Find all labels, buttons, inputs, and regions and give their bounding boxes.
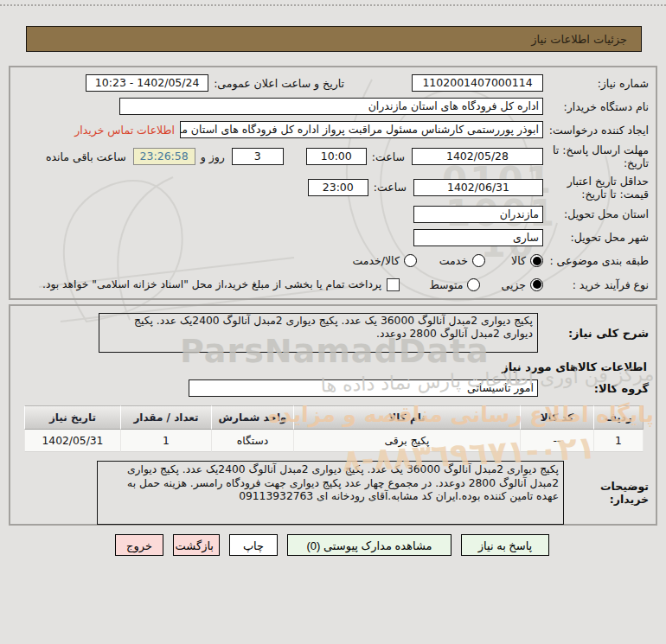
goods-table-header-row: ردیف کد کالا نام کالا واحد شمارش تعداد /… — [24, 405, 644, 430]
reply-deadline-date-field[interactable]: 1402/05/28 — [412, 148, 543, 165]
buyer-notes-label: توضیحات خریدار: — [564, 480, 649, 506]
row-province: استان محل تحویل: مازندران — [17, 205, 649, 224]
row-city: شهر محل تحویل: ساری — [17, 228, 649, 247]
row-buyer-org: نام دستگاه خریدار: اداره کل فرودگاه های … — [17, 97, 649, 116]
purchase-type-option-minor[interactable]: جزیی — [501, 278, 543, 291]
need-details-page: { "title_bar": { "text": "جزئیات اطلاعات… — [0, 0, 666, 644]
general-desc-box[interactable]: پکیج دیواری 2مبدل آنالوگ 36000 یک عدد. پ… — [99, 313, 538, 353]
col-unit: واحد شمارش — [211, 405, 293, 430]
goods-group-field[interactable]: امور تاسیساتی — [189, 379, 538, 397]
cell-need-date: 1402/05/31 — [24, 430, 120, 452]
radio-icon[interactable] — [467, 278, 480, 291]
exit-button[interactable]: خروج — [115, 534, 163, 556]
radio-icon[interactable] — [404, 254, 417, 267]
row-purchase-type: نوع فرآیند خرید : جزیی متوسط پرداخت تمام… — [17, 275, 649, 294]
need-number-label: شماره نیاز: — [543, 77, 649, 90]
view-attachments-button[interactable]: مشاهده مدارک پیوستی (0) — [287, 534, 451, 556]
subject-class-option-goods[interactable]: کالا — [511, 254, 543, 267]
goods-details-panel: شرح کلی نیاز: پکیج دیواری 2مبدل آنالوگ 3… — [9, 304, 657, 526]
cell-item-name: پکیج برقی — [293, 430, 520, 452]
option-label: خدمت — [439, 254, 468, 267]
announce-datetime-label: تاریخ و ساعت اعلان عمومی: — [214, 77, 344, 90]
buyer-contact-link[interactable]: اطلاعات تماس خریدار — [74, 124, 175, 137]
option-label: کالا/خدمت — [352, 254, 399, 267]
radio-selected-icon[interactable] — [530, 254, 543, 267]
title-bar: جزئیات اطلاعات نیاز — [26, 26, 642, 52]
request-creator-label: ایجاد کننده درخواست: — [543, 124, 649, 137]
col-row-index: ردیف — [593, 405, 644, 430]
need-number-field[interactable]: 1102001407000114 — [412, 74, 543, 92]
row-general-desc: شرح کلی نیاز: پکیج دیواری 2مبدل آنالوگ 3… — [17, 313, 649, 353]
days-left-field[interactable]: 3 — [232, 148, 284, 165]
page-title: جزئیات اطلاعات نیاز — [531, 33, 627, 46]
top-dotted-divider — [0, 4, 666, 6]
col-item-code: کد کالا — [520, 405, 593, 430]
radio-icon[interactable] — [472, 254, 485, 267]
back-button[interactable]: بازگشت — [173, 534, 220, 556]
row-reply-deadline: مهلت ارسال پاسخ: تا تاریخ: 1402/05/28 سا… — [17, 143, 649, 169]
price-validity-date-field[interactable]: 1402/06/31 — [413, 179, 543, 196]
announce-datetime-field[interactable]: 1402/05/24 - 10:23 — [86, 74, 208, 92]
treasury-payment-label: پرداخت تمام یا بخشی از مبلغ خرید،از محل … — [42, 278, 381, 290]
row-subject-class: طبقه بندی موضوعی : کالا خدمت کالا/خدمت — [17, 252, 649, 271]
purchase-type-label: نوع فرآیند خرید : — [543, 278, 649, 291]
print-button[interactable]: چاپ — [229, 534, 278, 556]
province-field[interactable]: مازندران — [413, 206, 543, 223]
need-info-panel: شماره نیاز: 1102001407000114 تاریخ و ساع… — [9, 66, 657, 300]
cell-row-index: 1 — [593, 430, 644, 452]
province-label: استان محل تحویل: — [543, 207, 649, 220]
row-goods-group: گروه کالا: امور تاسیساتی — [17, 379, 649, 397]
reply-deadline-label: مهلت ارسال پاسخ: تا تاریخ: — [543, 143, 649, 169]
option-label: کالا — [511, 254, 526, 267]
remaining-hours-label: ساعت باقی مانده — [46, 150, 126, 163]
cell-item-code: -- — [520, 430, 593, 452]
action-buttons: پاسخ به نیاز مشاهده مدارک پیوستی (0) چاپ… — [115, 534, 549, 556]
col-item-name: نام کالا — [293, 405, 520, 430]
general-desc-label: شرح کلی نیاز: — [538, 327, 649, 340]
table-row[interactable]: 1 -- پکیج برقی دستگاه 1 1402/05/31 — [24, 430, 644, 452]
reply-deadline-time-field[interactable]: 10:00 — [306, 148, 367, 165]
row-need-number: شماره نیاز: 1102001407000114 تاریخ و ساع… — [17, 73, 649, 92]
subject-class-label: طبقه بندی موضوعی : — [543, 254, 649, 267]
city-label: شهر محل تحویل: — [543, 231, 649, 244]
row-price-validity: حداقل تاریخ اعتبار قیمت: تا تاریخ: 1402/… — [17, 175, 649, 201]
col-quantity: تعداد / مقدار — [120, 405, 211, 430]
option-label: جزیی — [501, 278, 526, 291]
price-validity-time-field[interactable]: 23:00 — [308, 179, 368, 196]
request-creator-field[interactable]: ابوذر پوررستمی کارشناس مسئول مراقبت پروا… — [180, 121, 543, 138]
treasury-payment-checkbox[interactable] — [387, 278, 400, 291]
price-validity-label: حداقل تاریخ اعتبار قیمت: تا تاریخ: — [543, 175, 649, 201]
cell-quantity: 1 — [120, 430, 211, 452]
city-field[interactable]: ساری — [413, 229, 543, 246]
row-request-creator: ایجاد کننده درخواست: ابوذر پوررستمی کارش… — [17, 120, 649, 139]
purchase-type-option-medium[interactable]: متوسط — [429, 278, 480, 291]
option-label: متوسط — [429, 278, 463, 291]
price-validity-time-label: ساعت: — [374, 181, 407, 194]
buyer-notes-box[interactable]: پکیج دیواری 2مبدل آنالوگ 36000 یک عدد. پ… — [97, 461, 564, 525]
goods-info-heading: اطلاعات کالاهای مورد نیاز — [17, 360, 647, 373]
radio-selected-icon[interactable] — [530, 278, 543, 291]
col-need-date: تاریخ نیاز — [24, 405, 120, 430]
subject-class-option-goods-service[interactable]: کالا/خدمت — [352, 254, 416, 267]
subject-class-option-service[interactable]: خدمت — [439, 254, 485, 267]
goods-table: ردیف کد کالا نام کالا واحد شمارش تعداد /… — [24, 405, 644, 452]
cell-unit: دستگاه — [211, 430, 293, 452]
buyer-org-label: نام دستگاه خریدار: — [543, 100, 649, 113]
row-buyer-notes: توضیحات خریدار: پکیج دیواری 2مبدل آنالوگ… — [17, 461, 649, 525]
countdown-timer: 23:26:58 — [133, 148, 195, 165]
buyer-org-field[interactable]: اداره کل فرودگاه های استان مازندران — [119, 98, 543, 115]
reply-to-need-button[interactable]: پاسخ به نیاز — [461, 534, 549, 556]
goods-group-label: گروه کالا: — [538, 382, 649, 395]
days-unit-label: روز و — [201, 150, 225, 163]
reply-deadline-time-label: ساعت: — [372, 150, 405, 163]
